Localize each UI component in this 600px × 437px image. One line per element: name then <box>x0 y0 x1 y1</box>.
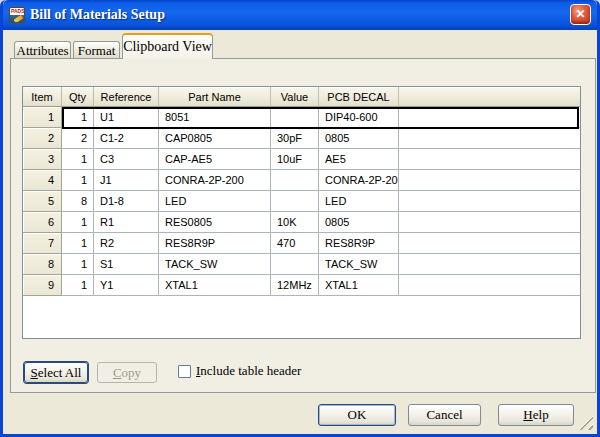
tab-clipboard-view[interactable]: Clipboard View <box>122 33 213 59</box>
pcb-decal-cell[interactable]: XTAL1 <box>319 275 399 296</box>
help-label: H <box>523 407 532 422</box>
col-header-item: Item <box>23 87 62 107</box>
reference-cell[interactable]: R1 <box>94 212 159 233</box>
part-name-cell[interactable]: CAP-AE5 <box>159 149 271 170</box>
tab-format-label: Format <box>78 43 116 59</box>
pads-app-icon: PADS <box>9 7 25 23</box>
part-name-cell[interactable]: CONRA-2P-200 <box>159 170 271 191</box>
reference-cell[interactable]: Y1 <box>94 275 159 296</box>
cancel-button[interactable]: Cancel <box>408 404 481 426</box>
col-header-pcb-decal: PCB DECAL <box>319 87 399 107</box>
value-cell[interactable]: 30pF <box>271 128 319 149</box>
qty-cell[interactable]: 1 <box>62 212 94 233</box>
row-header-cell[interactable]: 7 <box>23 233 62 254</box>
include-table-header-label: Include table header <box>196 363 301 379</box>
close-icon[interactable]: ✕ <box>570 4 591 25</box>
qty-cell[interactable]: 1 <box>62 107 94 128</box>
row-header-cell[interactable]: 6 <box>23 212 62 233</box>
filler-cell[interactable] <box>399 149 580 170</box>
value-cell[interactable]: 12MHz <box>271 275 319 296</box>
part-name-cell[interactable]: TACK_SW <box>159 254 271 275</box>
title-bar[interactable]: PADS Bill of Materials Setup ✕ <box>3 0 597 30</box>
include-table-header-checkbox[interactable] <box>178 365 191 378</box>
help-button[interactable]: Help <box>498 404 574 426</box>
pcb-decal-cell[interactable]: RES8R9P <box>319 233 399 254</box>
filler-cell[interactable] <box>399 107 580 128</box>
reference-cell[interactable]: D1-8 <box>94 191 159 212</box>
filler-cell[interactable] <box>399 191 580 212</box>
qty-cell[interactable]: 1 <box>62 170 94 191</box>
reference-cell[interactable]: J1 <box>94 170 159 191</box>
pads-icon-text: PADS <box>11 8 25 14</box>
tab-attributes[interactable]: Attributes <box>14 41 71 59</box>
value-cell[interactable]: 10uF <box>271 149 319 170</box>
value-cell[interactable]: 470 <box>271 233 319 254</box>
reference-cell[interactable]: S1 <box>94 254 159 275</box>
filler-cell[interactable] <box>399 254 580 275</box>
row-header-cell[interactable]: 8 <box>23 254 62 275</box>
ok-button[interactable]: OK <box>318 404 396 426</box>
table-row[interactable]: 4 1 J1 CONRA-2P-200 CONRA-2P-200 <box>23 170 580 191</box>
reference-cell[interactable]: C1-2 <box>94 128 159 149</box>
qty-cell[interactable]: 1 <box>62 149 94 170</box>
col-header-value: Value <box>271 87 319 107</box>
table-row[interactable]: 2 2 C1-2 CAP0805 30pF 0805 <box>23 128 580 149</box>
qty-cell[interactable]: 1 <box>62 254 94 275</box>
value-cell[interactable] <box>271 107 319 128</box>
table-row[interactable]: 1 1 U1 8051 DIP40-600 <box>23 107 580 128</box>
value-cell[interactable] <box>271 191 319 212</box>
bom-table: Item Qty Reference Part Name Value PCB D… <box>22 86 581 339</box>
filler-cell[interactable] <box>399 212 580 233</box>
table-row[interactable]: 9 1 Y1 XTAL1 12MHz XTAL1 <box>23 275 580 296</box>
select-all-button[interactable]: Select All <box>24 362 88 383</box>
table-row[interactable]: 5 8 D1-8 LED LED <box>23 191 580 212</box>
filler-cell[interactable] <box>399 233 580 254</box>
tab-clipboard-view-label: Clipboard View <box>123 39 212 55</box>
qty-cell[interactable]: 1 <box>62 233 94 254</box>
filler-cell[interactable] <box>399 170 580 191</box>
pcb-decal-cell[interactable]: TACK_SW <box>319 254 399 275</box>
pcb-decal-cell[interactable]: LED <box>319 191 399 212</box>
value-cell[interactable]: 10K <box>271 212 319 233</box>
table-row[interactable]: 3 1 C3 CAP-AE5 10uF AE5 <box>23 149 580 170</box>
reference-cell[interactable]: U1 <box>94 107 159 128</box>
table-row[interactable]: 7 1 R2 RES8R9P 470 RES8R9P <box>23 233 580 254</box>
pcb-decal-cell[interactable]: 0805 <box>319 212 399 233</box>
reference-cell[interactable]: R2 <box>94 233 159 254</box>
pcb-decal-cell[interactable]: DIP40-600 <box>319 107 399 128</box>
table-row[interactable]: 6 1 R1 RES0805 10K 0805 <box>23 212 580 233</box>
col-header-filler <box>399 87 580 107</box>
value-cell[interactable] <box>271 170 319 191</box>
bom-table-body: 1 1 U1 8051 DIP40-600 2 2 C1-2 CAP0805 3… <box>23 107 580 296</box>
part-name-cell[interactable]: LED <box>159 191 271 212</box>
part-name-cell[interactable]: XTAL1 <box>159 275 271 296</box>
reference-cell[interactable]: C3 <box>94 149 159 170</box>
part-name-cell[interactable]: 8051 <box>159 107 271 128</box>
qty-cell[interactable]: 1 <box>62 275 94 296</box>
part-name-cell[interactable]: RES8R9P <box>159 233 271 254</box>
value-cell[interactable] <box>271 254 319 275</box>
tab-format[interactable]: Format <box>73 41 120 59</box>
pcb-decal-cell[interactable]: AE5 <box>319 149 399 170</box>
filler-cell[interactable] <box>399 275 580 296</box>
row-header-cell[interactable]: 5 <box>23 191 62 212</box>
resize-grip[interactable] <box>579 416 593 430</box>
part-name-cell[interactable]: CAP0805 <box>159 128 271 149</box>
pcb-decal-cell[interactable]: 0805 <box>319 128 399 149</box>
table-row[interactable]: 8 1 S1 TACK_SW TACK_SW <box>23 254 580 275</box>
qty-cell[interactable]: 2 <box>62 128 94 149</box>
part-name-cell[interactable]: RES0805 <box>159 212 271 233</box>
copy-label: C <box>113 365 122 380</box>
row-header-cell[interactable]: 1 <box>23 107 62 128</box>
row-header-cell[interactable]: 9 <box>23 275 62 296</box>
cancel-label: Cancel <box>426 407 462 423</box>
clipboard-view-page: Item Qty Reference Part Name Value PCB D… <box>10 58 596 393</box>
row-header-cell[interactable]: 2 <box>23 128 62 149</box>
row-header-cell[interactable]: 3 <box>23 149 62 170</box>
col-header-qty: Qty <box>62 87 94 107</box>
row-header-cell[interactable]: 4 <box>23 170 62 191</box>
pcb-decal-cell[interactable]: CONRA-2P-200 <box>319 170 399 191</box>
filler-cell[interactable] <box>399 128 580 149</box>
qty-cell[interactable]: 8 <box>62 191 94 212</box>
copy-button[interactable]: Copy <box>97 362 157 383</box>
